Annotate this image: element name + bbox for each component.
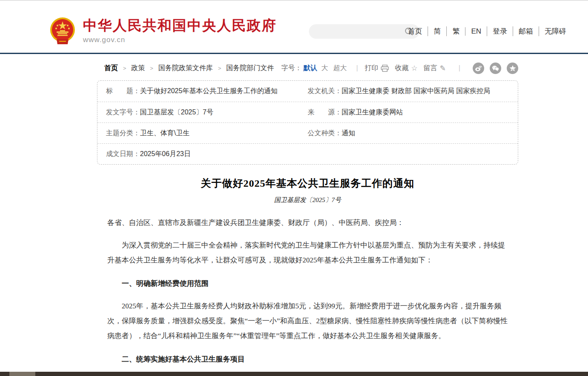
- breadcrumb-separator: >: [150, 65, 154, 71]
- breadcrumb-separator: >: [123, 65, 126, 71]
- font-size-label: 字号：: [281, 64, 302, 73]
- footer-edge-segment: [9, 372, 35, 376]
- footer-edge-bar: [0, 372, 588, 376]
- body-paragraph: 为深入贯彻党的二十届三中全会精神，落实新时代党的卫生与健康工作方针中以基层为重点…: [107, 238, 508, 268]
- meta-source-label: 来 源：: [308, 108, 342, 117]
- nav-login[interactable]: 登录: [487, 26, 513, 36]
- wechat-share-icon[interactable]: [490, 63, 501, 74]
- star-icon[interactable]: ☆: [411, 64, 417, 73]
- table-row: 主题分类： 卫生、体育\卫生 公文种类： 通知: [97, 122, 518, 143]
- font-size-xlarge-button[interactable]: 超大: [333, 64, 347, 73]
- section-heading-2: 二、统筹实施好基本公共卫生服务项目: [107, 352, 508, 367]
- meta-date-label: 成文日期：: [106, 150, 140, 159]
- meta-doc-number-value: 国卫基层发〔2025〕7号: [140, 108, 214, 117]
- site-title: 中华人民共和国中央人民政府: [83, 17, 277, 34]
- meta-title-value: 关于做好2025年基本公共卫生服务工作的通知: [140, 87, 278, 96]
- page-toolbar: 字号： 默认 大 超大 | 打印 收藏 ☆ 留言 ✎ |: [281, 63, 518, 74]
- qzone-share-icon[interactable]: [507, 63, 518, 74]
- breadcrumb-separator: >: [218, 65, 221, 71]
- meta-date-value: 2025年06月23日: [140, 150, 191, 159]
- weibo-share-icon[interactable]: [473, 63, 484, 74]
- comment-button[interactable]: 留言: [424, 64, 437, 73]
- meta-topic-category-value: 卫生、体育\卫生: [140, 129, 189, 138]
- nav-simplified-chinese[interactable]: 简: [428, 26, 446, 36]
- breadcrumb-policy[interactable]: 政策: [131, 64, 145, 73]
- breadcrumb: 首页 > 政策 > 国务院政策文件库 > 国务院部门文件: [104, 64, 274, 73]
- national-emblem-logo: [49, 17, 76, 45]
- salutation-paragraph: 各省、自治区、直辖市及新疆生产建设兵团卫生健康委、财政厅（局）、中医药局、疾控局…: [107, 215, 508, 230]
- meta-doc-number-label: 发文字号：: [106, 108, 140, 117]
- breadcrumb-policy-library[interactable]: 国务院政策文件库: [158, 64, 213, 73]
- breadcrumb-home[interactable]: 首页: [104, 64, 118, 73]
- breadcrumb-department-documents[interactable]: 国务院部门文件: [226, 64, 274, 73]
- meta-source-value: 国家卫生健康委网站: [342, 108, 403, 117]
- printer-icon[interactable]: [381, 65, 389, 72]
- page-title: 关于做好2025年基本公共卫生服务工作的通知: [97, 177, 518, 190]
- nav-traditional-chinese[interactable]: 繁: [446, 26, 465, 36]
- document-body: 各省、自治区、直辖市及新疆生产建设兵团卫生健康委、财政厅（局）、中医药局、疾控局…: [107, 215, 508, 376]
- favorite-button[interactable]: 收藏: [395, 64, 408, 73]
- page-content: 首页 > 政策 > 国务院政策文件库 > 国务院部门文件 字号： 默认 大 超大…: [97, 63, 518, 376]
- print-button[interactable]: 打印: [365, 64, 378, 73]
- meta-topic-category-label: 主题分类：: [106, 129, 140, 138]
- nav-home[interactable]: 首页: [402, 26, 428, 36]
- meta-doc-type-value: 通知: [342, 129, 355, 138]
- site-brand[interactable]: 中华人民共和国中央人民政府 www.gov.cn: [49, 17, 277, 45]
- site-header: 中华人民共和国中央人民政府 www.gov.cn 首页 简 繁 EN 登录 邮箱…: [0, 1, 588, 54]
- share-buttons: [467, 63, 518, 74]
- document-article: 关于做好2025年基本公共卫生服务工作的通知 国卫基层发〔2025〕7号 各省、…: [97, 177, 518, 376]
- font-size-large-button[interactable]: 大: [321, 64, 328, 73]
- meta-doc-type-label: 公文种类：: [308, 129, 342, 138]
- meta-title-label: 标 题：: [106, 87, 140, 96]
- nav-mailbox[interactable]: 邮箱: [513, 26, 539, 36]
- meta-issuing-agency-value: 国家卫生健康委 财政部 国家中医药局 国家疾控局: [342, 87, 490, 96]
- section-heading-1: 一、明确新增经费使用范围: [107, 276, 508, 291]
- table-row: 发文字号： 国卫基层发〔2025〕7号 来 源： 国家卫生健康委网站: [97, 102, 518, 122]
- toolbar-divider: |: [459, 64, 460, 72]
- table-row: 标 题： 关于做好2025年基本公共卫生服务工作的通知 发文机关： 国家卫生健康…: [97, 81, 518, 102]
- nav-accessibility[interactable]: 无障碍: [539, 26, 572, 36]
- pencil-icon[interactable]: ✎: [440, 64, 446, 73]
- body-paragraph: 2025年，基本公共卫生服务经费人均财政补助标准增加5元，达到99元。新增经费用…: [107, 299, 508, 343]
- document-number: 国卫基层发〔2025〕7号: [97, 196, 518, 204]
- site-url: www.gov.cn: [83, 36, 277, 44]
- font-size-default-button[interactable]: 默认: [303, 64, 317, 73]
- top-navigation: 首页 简 繁 EN 登录 邮箱 无障碍: [402, 26, 572, 36]
- document-meta-table: 标 题： 关于做好2025年基本公共卫生服务工作的通知 发文机关： 国家卫生健康…: [97, 80, 518, 165]
- meta-issuing-agency-label: 发文机关：: [308, 87, 342, 96]
- toolbar-divider: |: [356, 64, 358, 72]
- table-row: 成文日期： 2025年06月23日: [97, 143, 518, 164]
- nav-english[interactable]: EN: [465, 27, 487, 36]
